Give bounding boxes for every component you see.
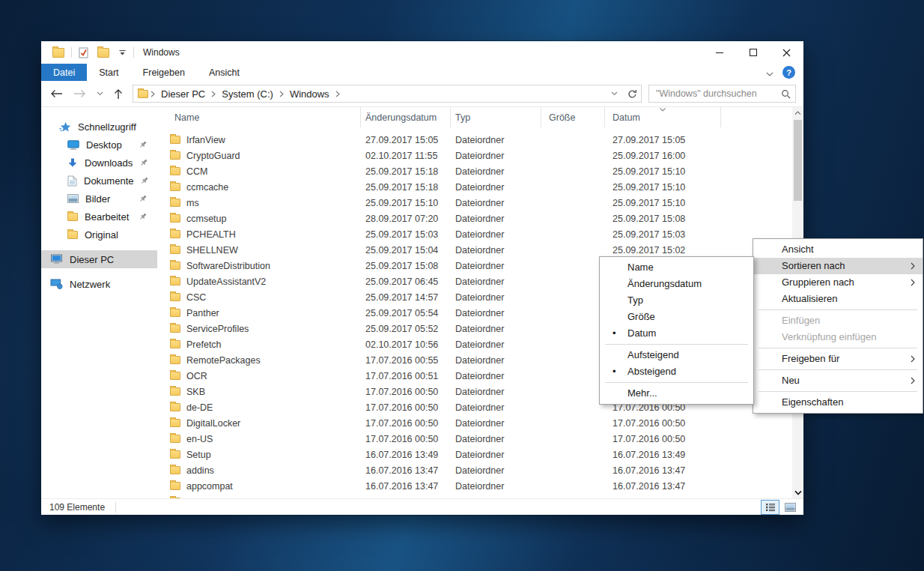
tab-ansicht[interactable]: Ansicht — [197, 64, 252, 81]
search-icon[interactable] — [781, 89, 791, 99]
submenu-item-name[interactable]: Name — [600, 259, 753, 276]
menu-item-gruppieren-nach[interactable]: Gruppieren nach — [753, 274, 923, 291]
table-row[interactable]: PCHEALTH25.09.2017 15:03Dateiordner25.09… — [157, 226, 792, 242]
column-header-datum[interactable]: Datum — [605, 107, 721, 127]
column-header-name[interactable]: Name — [157, 107, 361, 127]
back-button[interactable] — [47, 89, 66, 98]
address-bar-controls — [605, 85, 641, 102]
file-type: Dateiordner — [451, 277, 541, 287]
window-folder-icon[interactable] — [48, 48, 69, 58]
file-name: OCR — [186, 371, 207, 381]
details-view-button[interactable] — [761, 500, 779, 515]
properties-icon[interactable] — [74, 47, 93, 58]
refresh-icon[interactable] — [623, 85, 641, 102]
breadcrumb-windows[interactable]: Windows — [286, 88, 333, 100]
file-modified: 28.09.2017 07:20 — [361, 214, 451, 224]
table-row[interactable]: DigitalLocker17.07.2016 00:50Dateiordner… — [157, 415, 792, 431]
chevron-right-icon[interactable] — [277, 91, 286, 97]
sidebar-item-original[interactable]: Original — [41, 226, 157, 244]
file-date: 25.09.2017 15:10 — [605, 198, 721, 208]
table-row[interactable]: appcompat16.07.2016 13:47Dateiordner16.0… — [157, 478, 792, 494]
maximize-button[interactable] — [736, 41, 770, 64]
column-header-aenderungsdatum[interactable]: Änderungsdatum — [361, 107, 451, 127]
submenu-item-groesse[interactable]: Größe — [600, 309, 753, 325]
file-modified: 25.09.2017 15:18 — [361, 166, 451, 177]
tab-start[interactable]: Start — [87, 64, 130, 81]
submenu-item-aufsteigend[interactable]: Aufsteigend — [600, 347, 753, 363]
scrollbar-thumb[interactable] — [794, 120, 802, 201]
tab-datei[interactable]: Datei — [41, 64, 87, 81]
submenu-item-typ[interactable]: Typ — [600, 292, 753, 309]
file-modified: 25.09.2017 15:18 — [361, 182, 451, 193]
submenu-item-aenderungsdatum[interactable]: Änderungsdatum — [600, 276, 753, 292]
table-row[interactable]: CCM25.09.2017 15:18Dateiordner25.09.2017… — [157, 163, 792, 179]
address-bar[interactable]: Dieser PC System (C:) Windows — [133, 85, 642, 103]
chevron-right-icon[interactable] — [148, 91, 157, 97]
file-name: appcompat — [186, 481, 233, 492]
sidebar-item-schnellzugriff[interactable]: Schnellzugriff — [41, 118, 157, 136]
table-row[interactable]: addins16.07.2016 13:47Dateiordner16.07.2… — [157, 462, 792, 478]
sidebar-item-netzwerk[interactable]: Netzwerk — [41, 275, 157, 293]
file-modified: 17.07.2016 00:55 — [361, 355, 451, 366]
forward-button[interactable] — [70, 89, 89, 98]
scroll-up-icon[interactable] — [792, 107, 803, 119]
search-input[interactable] — [656, 88, 781, 99]
radio-bullet-icon: • — [613, 363, 616, 380]
table-row[interactable]: CryptoGuard02.10.2017 11:55Dateiordner25… — [157, 148, 792, 163]
table-row[interactable]: ccmcache25.09.2017 15:18Dateiordner25.09… — [157, 179, 792, 195]
file-type: Dateiordner — [451, 245, 541, 256]
file-name: SKB — [186, 387, 205, 397]
submenu-item-absteigend[interactable]: •Absteigend — [600, 363, 753, 380]
breadcrumb-dieser-pc[interactable]: Dieser PC — [157, 88, 209, 100]
sidebar-item-dokumente[interactable]: Dokumente — [41, 172, 157, 190]
sidebar-item-bilder[interactable]: Bilder — [41, 190, 157, 208]
file-name: CCM — [186, 166, 207, 177]
column-header-typ[interactable]: Typ — [451, 107, 541, 127]
table-row[interactable]: Setup16.07.2016 13:49Dateiordner16.07.20… — [157, 447, 792, 462]
menu-item-aktualisieren[interactable]: Aktualisieren — [753, 291, 923, 307]
table-row[interactable]: IrfanView27.09.2017 15:05Dateiordner27.0… — [157, 132, 792, 148]
folder-icon — [170, 419, 180, 427]
file-type: Dateiordner — [451, 339, 541, 350]
table-row[interactable]: en-US17.07.2016 00:50Dateiordner17.07.20… — [157, 431, 792, 447]
help-button[interactable]: ? — [782, 66, 795, 79]
pin-icon — [139, 212, 148, 221]
folder-icon — [170, 309, 180, 317]
address-dropdown-icon[interactable] — [605, 85, 623, 102]
file-type: Dateiordner — [451, 434, 541, 444]
table-row[interactable]: ccmsetup28.09.2017 07:20Dateiordner25.09… — [157, 211, 792, 226]
sidebar-item-downloads[interactable]: Downloads — [41, 154, 157, 172]
submenu-item-datum[interactable]: •Datum — [600, 325, 753, 342]
thumbnail-view-button[interactable] — [781, 500, 800, 515]
menu-separator — [759, 348, 917, 348]
qat-customize-icon[interactable] — [114, 49, 131, 56]
sidebar-item-bearbeitet[interactable]: Bearbeitet — [41, 208, 157, 226]
tab-freigeben[interactable]: Freigeben — [131, 64, 197, 81]
sidebar-item-desktop[interactable]: Desktop — [41, 136, 157, 154]
menu-item-ansicht[interactable]: Ansicht — [753, 241, 923, 258]
menu-item-eigenschaften[interactable]: Eigenschaften — [753, 394, 923, 411]
menu-item-freigeben-fuer[interactable]: Freigeben für — [753, 351, 923, 367]
menu-item-neu[interactable]: Neu — [753, 372, 923, 389]
expand-ribbon-icon[interactable] — [766, 66, 773, 79]
search-box[interactable] — [648, 85, 796, 103]
sidebar-item-dieser-pc[interactable]: Dieser PC — [41, 250, 157, 268]
new-folder-icon[interactable] — [93, 48, 114, 58]
chevron-right-icon[interactable] — [209, 91, 218, 97]
folder-icon — [170, 372, 180, 380]
column-header-groesse[interactable]: Größe — [541, 107, 605, 127]
table-row[interactable]: SHELLNEW25.09.2017 15:04Dateiordner25.09… — [157, 242, 792, 258]
menu-item-sortieren-nach[interactable]: Sortieren nach — [753, 258, 923, 274]
table-row[interactable]: ms25.09.2017 15:10Dateiordner25.09.2017 … — [157, 195, 792, 211]
scroll-down-icon[interactable] — [792, 486, 803, 498]
submenu-item-mehr[interactable]: Mehr... — [600, 385, 753, 402]
recent-locations-icon[interactable] — [94, 91, 106, 96]
up-button[interactable] — [111, 88, 126, 100]
minimize-button[interactable] — [702, 41, 736, 64]
chevron-right-icon[interactable] — [333, 91, 342, 97]
file-name: IrfanView — [186, 135, 225, 145]
file-type: Dateiordner — [451, 481, 541, 492]
close-button[interactable] — [770, 41, 803, 64]
folder-icon — [170, 246, 180, 254]
breadcrumb-system-c[interactable]: System (C:) — [218, 88, 277, 100]
